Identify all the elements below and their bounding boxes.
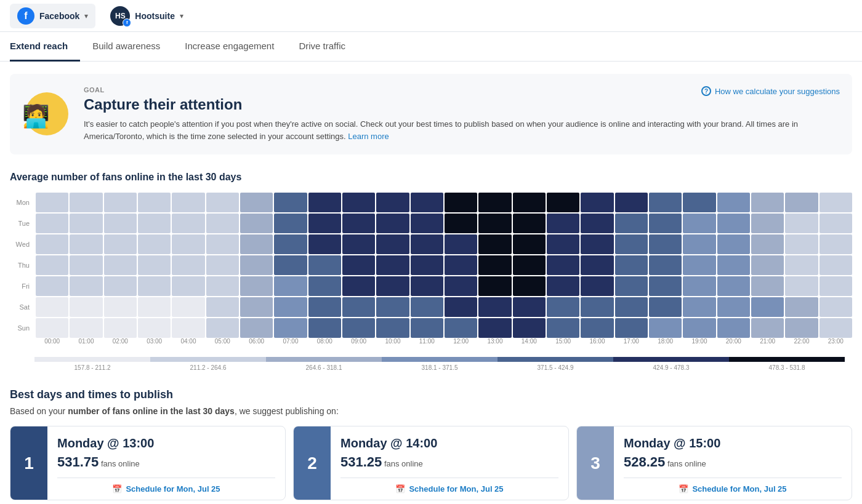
goal-title: Capture their attention bbox=[84, 96, 840, 113]
best-times-desc-bold: number of fans online in the last 30 day… bbox=[68, 406, 235, 416]
schedule-link[interactable]: Schedule for Mon, Jul 25 bbox=[692, 484, 786, 494]
legend-item: 211.2 - 264.6 bbox=[150, 357, 266, 371]
heatmap-cell bbox=[342, 234, 375, 254]
heatmap-grid: MonTueWedThuFriSatSun bbox=[10, 193, 852, 338]
heatmap-cell bbox=[513, 276, 546, 296]
heatmap-day-label: Tue bbox=[10, 214, 34, 233]
heatmap-cell bbox=[104, 318, 137, 338]
calculation-link[interactable]: ? How we calculate your suggestions bbox=[701, 86, 840, 96]
heatmap-cell bbox=[342, 276, 375, 296]
legend-item: 371.5 - 424.9 bbox=[497, 357, 613, 371]
heatmap-cell bbox=[785, 214, 818, 233]
suggestion-footer: 📅Schedule for Mon, Jul 25 bbox=[57, 478, 275, 500]
heatmap-cell bbox=[445, 297, 477, 317]
heatmap-cell bbox=[308, 193, 341, 212]
heatmap-cell bbox=[683, 276, 715, 296]
suggestion-fans-count: 528.25 bbox=[624, 454, 665, 470]
heatmap-cell bbox=[206, 193, 239, 212]
best-times-desc-prefix: Based on your bbox=[10, 406, 68, 416]
legend-bar bbox=[729, 357, 845, 362]
suggestion-time: Monday @ 14:00 bbox=[340, 436, 558, 450]
heatmap-cell bbox=[649, 255, 682, 275]
heatmap-cell bbox=[820, 214, 852, 233]
heatmap-cell bbox=[206, 214, 239, 233]
heatmap-time-label: 08:00 bbox=[308, 338, 341, 345]
heatmap-cell bbox=[411, 276, 443, 296]
heatmap-cell bbox=[172, 193, 204, 212]
facebook-chevron-icon: ▾ bbox=[84, 12, 88, 20]
schedule-link[interactable]: Schedule for Mon, Jul 25 bbox=[126, 484, 220, 494]
heatmap-cell bbox=[172, 318, 204, 338]
best-times-title: Best days and times to publish bbox=[10, 388, 852, 401]
heatmap-cell bbox=[308, 255, 341, 275]
heatmap-cell bbox=[104, 193, 137, 212]
calendar-icon: 📅 bbox=[679, 484, 688, 494]
suggestion-rank: 2 bbox=[294, 426, 331, 500]
facebook-logo-icon: f bbox=[17, 7, 34, 25]
heatmap-day-label: Sun bbox=[10, 318, 34, 338]
suggestion-fans-label: fans online bbox=[667, 459, 706, 468]
heatmap-cell bbox=[70, 255, 102, 275]
heatmap-cell bbox=[308, 276, 341, 296]
goal-banner: 🧑‍💻 GOAL Capture their attention It's ea… bbox=[10, 74, 852, 154]
hootsuite-selector[interactable]: HS f Hootsuite ▾ bbox=[110, 6, 183, 26]
heatmap-cell bbox=[547, 318, 579, 338]
heatmap-cell bbox=[104, 255, 137, 275]
heatmap-cell bbox=[70, 234, 102, 254]
heatmap-cell bbox=[70, 318, 102, 338]
heatmap-cell bbox=[820, 234, 852, 254]
heatmap-time-label: 17:00 bbox=[615, 338, 648, 345]
legend-label-text: 318.1 - 371.5 bbox=[422, 364, 458, 371]
tab-extend-reach[interactable]: Extend reach bbox=[10, 32, 80, 62]
heatmap-cell bbox=[36, 297, 68, 317]
heatmap-cell bbox=[138, 234, 171, 254]
heatmap-time-label: 16:00 bbox=[581, 338, 613, 345]
illustration-figure-icon: 🧑‍💻 bbox=[22, 103, 50, 129]
legend-label-text: 371.5 - 424.9 bbox=[538, 364, 574, 371]
heatmap-cell bbox=[785, 255, 818, 275]
heatmap-cell bbox=[581, 214, 613, 233]
heatmap-time-label: 07:00 bbox=[274, 338, 307, 345]
suggestion-rank: 1 bbox=[10, 426, 47, 500]
heatmap-cell bbox=[104, 234, 137, 254]
legend-label-text: 211.2 - 264.6 bbox=[190, 364, 227, 371]
heatmap-cell bbox=[547, 214, 579, 233]
heatmap-cell bbox=[36, 193, 68, 212]
heatmap-time-label: 14:00 bbox=[513, 338, 546, 345]
heatmap-cell bbox=[240, 234, 273, 254]
legend-label-text: 478.3 - 531.8 bbox=[769, 364, 805, 371]
schedule-link[interactable]: Schedule for Mon, Jul 25 bbox=[409, 484, 503, 494]
legend-label-text: 264.6 - 318.1 bbox=[306, 364, 342, 371]
heatmap-cell bbox=[717, 214, 750, 233]
tab-build-awareness[interactable]: Build awareness bbox=[80, 32, 172, 62]
heatmap-cell bbox=[717, 276, 750, 296]
heatmap-cell bbox=[445, 276, 477, 296]
heatmap-cell bbox=[376, 234, 409, 254]
facebook-selector[interactable]: f Facebook ▾ bbox=[10, 4, 95, 28]
heatmap-cell bbox=[376, 276, 409, 296]
heatmap-cell bbox=[376, 193, 409, 212]
heatmap-title: Average number of fans online in the las… bbox=[10, 172, 852, 183]
tab-increase-engagement[interactable]: Increase engagement bbox=[172, 32, 286, 62]
heatmap-cell bbox=[649, 214, 682, 233]
heatmap-cell bbox=[308, 318, 341, 338]
heatmap-time-label: 04:00 bbox=[172, 338, 204, 345]
suggestion-fans-count: 531.25 bbox=[340, 454, 382, 470]
suggestion-fans: 531.75 fans online bbox=[57, 454, 275, 470]
heatmap-day-label: Mon bbox=[10, 193, 34, 212]
heatmap-time-label: 20:00 bbox=[717, 338, 750, 345]
top-bar: f Facebook ▾ HS f Hootsuite ▾ bbox=[0, 0, 862, 32]
heatmap-cell bbox=[104, 214, 137, 233]
heatmap-cell bbox=[717, 234, 750, 254]
heatmap-cell bbox=[206, 318, 239, 338]
calculation-link-text: How we calculate your suggestions bbox=[715, 87, 840, 96]
learn-more-link[interactable]: Learn more bbox=[348, 132, 389, 141]
heatmap-cell bbox=[683, 193, 715, 212]
heatmap-cell bbox=[615, 276, 648, 296]
legend-label-text: 424.9 - 478.3 bbox=[653, 364, 690, 371]
heatmap-cell bbox=[240, 214, 273, 233]
heatmap-cell bbox=[615, 255, 648, 275]
tab-drive-traffic[interactable]: Drive traffic bbox=[286, 32, 358, 62]
heatmap-cell bbox=[751, 214, 784, 233]
heatmap-cell bbox=[172, 276, 204, 296]
